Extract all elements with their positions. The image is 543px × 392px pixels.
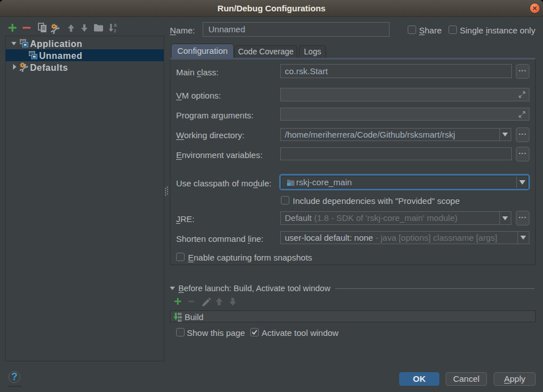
svg-text:z: z (114, 28, 117, 33)
svg-text:01: 01 (178, 319, 182, 322)
svg-text:a: a (114, 22, 117, 28)
